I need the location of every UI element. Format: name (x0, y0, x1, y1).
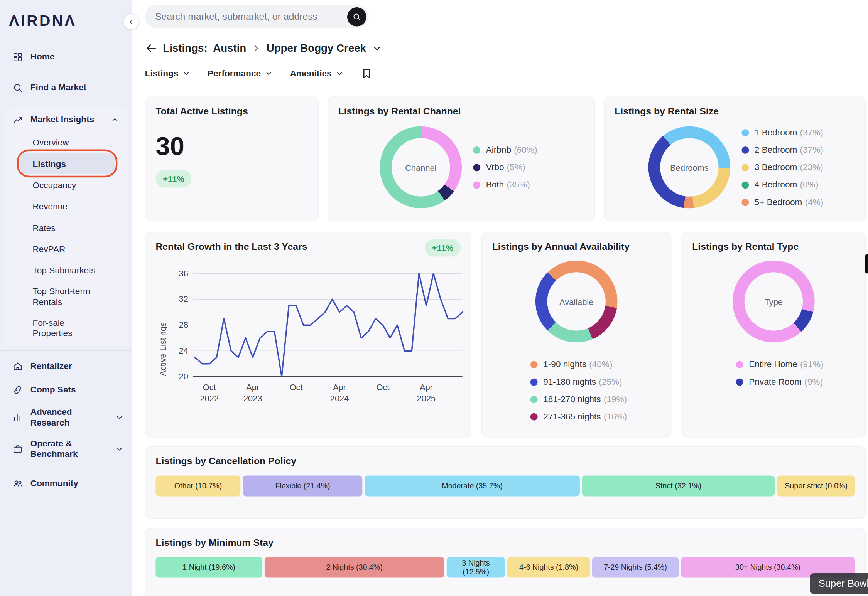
sidebar-item-top-submarkets[interactable]: Top Submarkets (20, 259, 115, 281)
donut-center-label: Bedrooms (670, 163, 709, 172)
sidebar-item-overview[interactable]: Overview (20, 131, 115, 153)
svg-text:Apr: Apr (333, 382, 346, 392)
bar-segment[interactable]: 2 Nights (30.4%) (265, 557, 444, 578)
rental-channel-card: Listings by Rental Channel Channel Airbn… (328, 96, 595, 221)
legend-dot (741, 146, 749, 153)
delta-badge: +11% (155, 170, 191, 187)
legend-item: 4 Bedroom(0%) (741, 178, 823, 191)
sidebar-item-community[interactable]: Community (0, 471, 132, 495)
bar-segment[interactable]: 3 Nights (12.5%) (446, 557, 505, 578)
annual-availability-donut[interactable]: Available (535, 261, 618, 343)
sidebar-item-label: Rentalizer (30, 361, 72, 371)
sidebar-item-label: Advanced Research (30, 406, 93, 428)
people-icon (12, 478, 23, 489)
legend-item: Private Room(9%) (736, 375, 855, 388)
legend-item: Entire Home(91%) (736, 358, 855, 370)
edge-tab[interactable] (865, 254, 868, 274)
rental-growth-chart[interactable]: Active Listings 3632282420Oct2022Apr2023… (155, 264, 461, 408)
filter-listings-button[interactable]: Listings (145, 68, 191, 78)
save-view-bookmark-icon[interactable] (361, 67, 373, 79)
bar-segment[interactable]: Other (10.7%) (155, 475, 240, 496)
sidebar-item-listings[interactable]: Listings (20, 153, 115, 174)
legend-dot (741, 129, 749, 136)
card-title: Rental Growth in the Last 3 Years (155, 241, 307, 253)
minimum-stay-bar: 1 Night (19.6%)2 Nights (30.4%)3 Nights … (155, 557, 855, 578)
back-arrow-icon[interactable] (145, 42, 157, 54)
bar-segment[interactable]: 1 Night (19.6%) (155, 557, 262, 578)
minimum-stay-card: Listings by Minimum Stay 1 Night (19.6%)… (145, 528, 866, 596)
sidebar-item-operate-benchmark[interactable]: Operate & Benchmark (0, 433, 132, 465)
bar-segment[interactable]: Super strict (0.0%) (777, 475, 855, 496)
search-button[interactable] (347, 7, 366, 26)
bar-segment[interactable]: 7-29 Nights (5.4%) (592, 557, 678, 578)
sidebar-item-label: Comp Sets (30, 385, 76, 395)
house-icon (12, 361, 23, 372)
sidebar-item-for-sale-properties[interactable]: For-sale Properties (20, 312, 115, 344)
sidebar-item-label: Market Insights (30, 114, 95, 125)
filter-performance-button[interactable]: Performance (208, 68, 273, 78)
sidebar-item-find-a-market[interactable]: Find a Market (0, 76, 132, 99)
breadcrumb: Listings: Austin Upper Boggy Creek (145, 42, 866, 54)
sidebar-item-top-short-term-rentals[interactable]: Top Short-term Rentals (20, 281, 115, 312)
legend-item: 181-270 nights(19%) (530, 393, 661, 405)
divider (0, 103, 132, 103)
legend-dot (530, 396, 538, 403)
svg-text:32: 32 (179, 294, 188, 304)
sidebar-item-rates[interactable]: Rates (20, 217, 115, 238)
legend-dot (473, 164, 480, 171)
rental-growth-card: Rental Growth in the Last 3 Years +11% A… (145, 232, 471, 437)
sidebar-item-comp-sets[interactable]: Comp Sets (0, 378, 132, 401)
bar-segment[interactable]: Flexible (21.4%) (243, 475, 362, 496)
annual-availability-card: Listings by Annual Availability Availabl… (481, 232, 671, 437)
breadcrumb-section: Listings: (163, 42, 207, 54)
bar-segment[interactable]: 4-6 Nights (1.8%) (508, 557, 590, 578)
sidebar-item-occupancy[interactable]: Occupancy (20, 174, 115, 195)
legend-item: 1 Bedroom(37%) (741, 126, 823, 139)
search-input[interactable] (155, 11, 347, 22)
total-active-listings-card: Total Active Listings 30 +11% (145, 96, 319, 221)
sidebar-item-rentalizer[interactable]: Rentalizer (0, 354, 132, 378)
compare-icon (12, 384, 23, 395)
divider (0, 468, 132, 468)
divider (0, 72, 132, 72)
sidebar-item-revenue[interactable]: Revenue (20, 195, 115, 217)
rental-size-donut[interactable]: Bedrooms (648, 126, 731, 209)
legend-dot (530, 413, 538, 420)
card-title: Total Active Listings (155, 106, 308, 117)
search-bar (145, 5, 369, 28)
rental-channel-legend: Airbnb(60%)Vrbo(5%)Both(35%) (473, 144, 537, 191)
super-bowl-tooltip: Super Bowl (810, 573, 868, 594)
sidebar-item-advanced-research[interactable]: Advanced Research (0, 401, 132, 433)
chevron-down-icon (182, 69, 191, 77)
card-title: Listings by Rental Channel (338, 106, 584, 117)
submarket-selector[interactable]: Upper Boggy Creek (267, 42, 366, 54)
legend-item: Vrbo(5%) (473, 161, 537, 173)
svg-text:2024: 2024 (330, 394, 349, 403)
donut-center-label: Channel (405, 163, 436, 172)
rental-type-legend: Entire Home(91%)Private Room(9%) (736, 358, 855, 388)
legend-dot (736, 378, 743, 386)
home-grid-icon (12, 51, 23, 62)
sidebar-collapse-button[interactable] (123, 13, 139, 30)
donut-center-label: Available (559, 297, 593, 306)
delta-badge: +11% (425, 239, 461, 256)
filter-amenities-button[interactable]: Amenities (290, 68, 344, 78)
filter-bar: Listings Performance Amenities (145, 67, 866, 79)
sidebar-item-label: Operate & Benchmark (30, 438, 93, 459)
sidebar-item-home[interactable]: Home (0, 45, 132, 69)
sidebar-item-label: Home (30, 52, 55, 62)
chevron-down-icon (265, 69, 273, 77)
bar-segment[interactable]: Strict (32.1%) (582, 475, 775, 496)
sidebar-item-market-insights[interactable]: Market Insights (5, 108, 127, 131)
svg-text:20: 20 (179, 372, 188, 381)
rental-channel-donut[interactable]: Channel (380, 126, 462, 209)
chevron-down-icon[interactable] (372, 43, 382, 53)
rental-type-donut[interactable]: Type (733, 261, 815, 343)
brand-logo[interactable]: ΛIRDNΛ (0, 0, 132, 30)
sidebar-item-revpar[interactable]: RevPAR (20, 238, 115, 259)
bar-segment[interactable]: Moderate (35.7%) (365, 475, 580, 496)
legend-dot (741, 164, 749, 171)
search-icon (352, 12, 361, 21)
card-title: Listings by Annual Availability (492, 241, 661, 253)
svg-text:2023: 2023 (243, 394, 262, 403)
